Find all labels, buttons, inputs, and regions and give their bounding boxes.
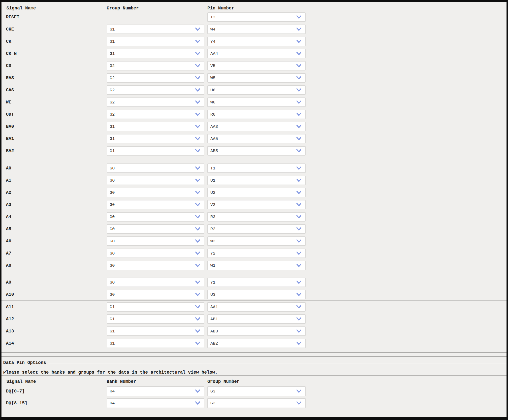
pin-number-select[interactable]: AA5 xyxy=(207,134,306,143)
group-number-select[interactable]: G0 xyxy=(107,261,204,270)
chevron-down-icon xyxy=(296,251,302,255)
pin-number-select[interactable]: Y2 xyxy=(207,249,306,258)
chevron-down-icon xyxy=(194,166,201,170)
pin-number-select[interactable]: AA1 xyxy=(207,302,306,312)
signal-name-label: DQ[8-15] xyxy=(6,401,107,406)
signal-row-a13: A13 G1 AB3 xyxy=(6,326,507,336)
chevron-down-icon xyxy=(296,64,302,68)
signal-name-label: BA2 xyxy=(6,148,107,153)
group-number-select[interactable]: G0 xyxy=(107,188,204,197)
signal-row-a2: A2 G0 U2 xyxy=(6,188,507,197)
pin-number-select[interactable]: T1 xyxy=(207,163,306,173)
pin-number-select[interactable]: R3 xyxy=(207,212,306,222)
pin-number-select[interactable]: AB3 xyxy=(207,326,306,336)
bank-number-select[interactable]: R4 xyxy=(107,398,204,408)
signal-row-a14: A14 G1 AB2 xyxy=(6,339,507,348)
group-number-select[interactable]: G1 xyxy=(107,339,204,348)
group-number-select[interactable]: G3 xyxy=(207,386,306,396)
group-number-value: G1 xyxy=(110,51,115,56)
group-number-select[interactable]: G1 xyxy=(107,314,204,324)
signal-row-a6: A6 G0 W2 xyxy=(6,236,507,246)
group-number-value: G0 xyxy=(110,239,115,244)
signal-name-label: A11 xyxy=(6,304,107,309)
pin-number-select[interactable]: AB1 xyxy=(207,314,306,324)
group-number-value: G2 xyxy=(110,64,115,68)
group-number-select[interactable]: G0 xyxy=(107,163,204,173)
pin-number-select[interactable]: U6 xyxy=(207,85,306,95)
group-number-select[interactable]: G0 xyxy=(107,278,204,287)
chevron-down-icon xyxy=(194,389,201,393)
pin-number-select[interactable]: R2 xyxy=(207,224,306,234)
group-number-select[interactable]: G2 xyxy=(107,73,204,83)
group-number-select[interactable]: G2 xyxy=(107,61,204,70)
chevron-down-icon xyxy=(296,100,302,104)
group-number-select[interactable]: G1 xyxy=(107,302,204,312)
group-number-select[interactable]: G1 xyxy=(107,134,204,143)
signal-row-a12: A12 G1 AB1 xyxy=(6,314,507,324)
pin-number-select[interactable]: W2 xyxy=(207,236,306,246)
pin-number-select[interactable]: AA3 xyxy=(207,122,306,131)
group-number-value: G2 xyxy=(110,76,115,80)
chevron-down-icon xyxy=(194,27,201,31)
signal-name-label: A13 xyxy=(6,329,107,334)
chevron-down-icon xyxy=(296,149,302,153)
group-number-select[interactable]: G1 xyxy=(107,326,204,336)
group-number-select[interactable]: G1 xyxy=(107,25,204,34)
pin-number-value: T3 xyxy=(210,15,215,20)
pin-number-select[interactable]: Y1 xyxy=(207,278,306,287)
group-number-select[interactable]: G0 xyxy=(107,212,204,222)
signal-row-a0: A0 G0 T1 xyxy=(6,163,507,173)
group-number-value: G1 xyxy=(110,305,115,309)
group-number-select[interactable]: G1 xyxy=(107,49,204,58)
pin-number-select[interactable]: Y4 xyxy=(207,37,306,46)
chevron-down-icon xyxy=(296,292,302,296)
pin-number-select[interactable]: U1 xyxy=(207,176,306,185)
group-number-select[interactable]: G2 xyxy=(107,85,204,95)
chevron-down-icon xyxy=(194,280,201,284)
chevron-down-icon xyxy=(194,263,201,267)
pin-number-select[interactable]: AB2 xyxy=(207,339,306,348)
chevron-down-icon xyxy=(194,149,201,153)
group-number-value: G1 xyxy=(110,136,115,141)
pin-number-select[interactable]: V5 xyxy=(207,61,306,70)
pin-number-select[interactable]: W5 xyxy=(207,73,306,83)
group-number-select[interactable]: G1 xyxy=(107,37,204,46)
group-number-select[interactable]: G0 xyxy=(107,236,204,246)
group-number-select[interactable]: G1 xyxy=(107,122,204,131)
chevron-down-icon xyxy=(194,64,201,68)
signal-row-a11: A11 G1 AA1 xyxy=(6,302,507,312)
pin-number-select[interactable]: W4 xyxy=(207,25,306,34)
group-number-select[interactable]: G0 xyxy=(107,290,204,299)
signal-row-a5: A5 G0 R2 xyxy=(6,224,507,234)
group-number-select[interactable]: G0 xyxy=(107,200,204,209)
pin-number-select[interactable]: T3 xyxy=(207,12,306,22)
pin-number-value: W2 xyxy=(210,239,215,244)
group-number-select[interactable]: G2 xyxy=(107,110,204,119)
signal-row-ba0: BA0 G1 AA3 xyxy=(6,122,507,131)
section-divider xyxy=(1,300,507,301)
pin-number-value: AA5 xyxy=(210,136,218,141)
group-number-select[interactable]: G0 xyxy=(107,249,204,258)
pin-number-select[interactable]: R6 xyxy=(207,110,306,119)
pin-number-value: T1 xyxy=(210,166,215,171)
group-number-select[interactable]: G0 xyxy=(107,224,204,234)
bank-number-select[interactable]: R4 xyxy=(107,386,204,396)
pin-number-value: Y1 xyxy=(210,280,215,285)
group-number-select[interactable]: G1 xyxy=(107,146,204,156)
pin-number-select[interactable]: V2 xyxy=(207,200,306,209)
pin-number-select[interactable]: W6 xyxy=(207,97,306,107)
pin-number-select[interactable]: W1 xyxy=(207,261,306,270)
chevron-down-icon xyxy=(296,215,302,219)
chevron-down-icon xyxy=(296,317,302,321)
pin-number-select[interactable]: U3 xyxy=(207,290,306,299)
pin-number-select[interactable]: U2 xyxy=(207,188,306,197)
pin-number-select[interactable]: AB5 xyxy=(207,146,306,156)
group-number-select[interactable]: G0 xyxy=(107,176,204,185)
chevron-down-icon xyxy=(194,239,201,243)
signal-name-label: A10 xyxy=(6,292,107,297)
pin-number-select[interactable]: AA4 xyxy=(207,49,306,58)
group-number-value: G1 xyxy=(110,39,115,44)
group-number-select[interactable]: G2 xyxy=(107,97,204,107)
group-select-placeholder xyxy=(107,12,207,22)
group-number-select[interactable]: G2 xyxy=(207,398,306,408)
